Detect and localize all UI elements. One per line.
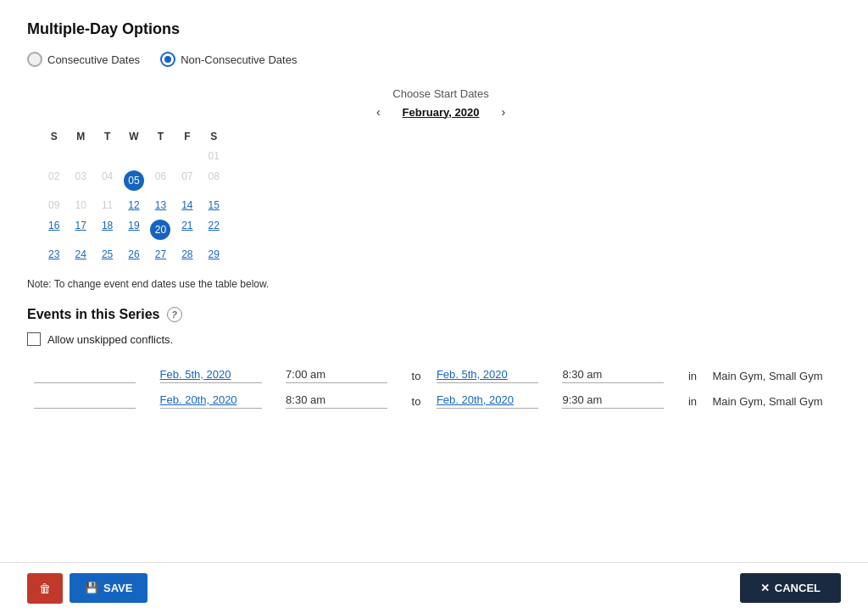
events-table: Feb. 5th, 2020 7:00 am to Feb. 5th, 2020… (27, 363, 841, 414)
cal-cell-12[interactable]: 12 (120, 195, 147, 215)
save-button[interactable]: 💾 SAVE (70, 573, 147, 603)
event-1-start-time[interactable]: 7:00 am (279, 363, 405, 388)
cal-cell-05[interactable]: 05 (120, 166, 147, 195)
event-2-location: Main Gym, Small Gym (706, 388, 842, 414)
day-header-f: F (174, 127, 200, 146)
cal-cell-22[interactable]: 22 (201, 215, 227, 244)
cal-cell-08: 08 (201, 166, 227, 195)
cal-cell-16[interactable]: 16 (41, 215, 67, 244)
cancel-label: CANCEL (775, 582, 821, 594)
cal-cell-07: 07 (174, 166, 200, 195)
event-1-end-date[interactable]: Feb. 5th, 2020 (430, 363, 556, 388)
day-header-t1: T (94, 127, 120, 146)
day-header-w: W (120, 127, 147, 146)
calendar-nav: ‹ February, 2020 › (41, 103, 841, 120)
consecutive-dates-label: Consecutive Dates (47, 53, 140, 66)
cal-cell-01: 01 (201, 146, 227, 166)
event-1-start-date[interactable]: Feb. 5th, 2020 (153, 363, 280, 388)
cal-cell-20[interactable]: 20 (147, 215, 174, 244)
calendar-grid: S M T W T F S 01 02 03 (41, 127, 227, 265)
cal-cell-02: 02 (41, 166, 67, 195)
cal-cell-26[interactable]: 26 (120, 244, 147, 265)
non-consecutive-dates-label: Non-Consecutive Dates (181, 53, 297, 66)
consecutive-dates-option[interactable]: Consecutive Dates (27, 52, 140, 67)
event-2-start-date[interactable]: Feb. 20th, 2020 (153, 388, 280, 414)
cal-cell-18[interactable]: 18 (94, 215, 120, 244)
cal-cell-23[interactable]: 23 (41, 244, 67, 265)
event-2-start-time[interactable]: 8:30 am (279, 388, 405, 414)
cancel-icon: ✕ (760, 582, 770, 594)
week-4: 16 17 18 19 20 21 22 (41, 215, 227, 244)
cal-cell-27[interactable]: 27 (147, 244, 174, 265)
week-1: 01 (41, 146, 227, 166)
footer: 🗑 💾 SAVE ✕ CANCEL (0, 562, 868, 613)
event-2-end-time[interactable]: 9:30 am (555, 388, 682, 414)
cal-cell-15[interactable]: 15 (201, 195, 227, 215)
cal-cell-03: 03 (67, 166, 93, 195)
cal-cell-25[interactable]: 25 (94, 244, 120, 265)
delete-button[interactable]: 🗑 (27, 573, 63, 604)
cancel-button[interactable]: ✕ CANCEL (740, 573, 841, 603)
cal-cell-19[interactable]: 19 (120, 215, 147, 244)
cal-cell-10: 10 (67, 195, 93, 215)
cal-cell-empty2 (67, 146, 93, 166)
cal-cell-09: 09 (41, 195, 67, 215)
calendar-wrapper: Choose Start Dates ‹ February, 2020 › S … (41, 87, 841, 265)
day-header-t2: T (147, 127, 174, 146)
allow-conflicts-row: Allow unskipped conflicts. (27, 332, 841, 346)
save-label: SAVE (103, 582, 132, 594)
save-icon: 💾 (85, 582, 98, 594)
current-month-label: February, 2020 (403, 106, 480, 119)
prev-month-button[interactable]: ‹ (371, 103, 386, 120)
event-2-end-date[interactable]: Feb. 20th, 2020 (430, 388, 556, 414)
non-consecutive-radio-button[interactable] (160, 52, 175, 67)
event-2-field1[interactable] (27, 388, 153, 414)
cal-cell-empty6 (174, 146, 200, 166)
day-header-s2: S (201, 127, 227, 146)
cal-cell-24[interactable]: 24 (67, 244, 93, 265)
event-row-2: Feb. 20th, 2020 8:30 am to Feb. 20th, 20… (27, 388, 841, 414)
day-header-m: M (67, 127, 93, 146)
cal-cell-11: 11 (94, 195, 120, 215)
consecutive-radio-button[interactable] (27, 52, 42, 67)
choose-start-dates-label: Choose Start Dates (41, 87, 841, 100)
week-2: 02 03 04 05 06 07 08 (41, 166, 227, 195)
event-2-in-label: in (682, 388, 706, 414)
cal-cell-empty5 (147, 146, 174, 166)
cal-selected-05[interactable]: 05 (124, 170, 144, 191)
week-3: 09 10 11 12 13 14 15 (41, 195, 227, 215)
non-consecutive-dates-option[interactable]: Non-Consecutive Dates (160, 52, 297, 67)
week-5: 23 24 25 26 27 28 29 (41, 244, 227, 265)
event-1-location: Main Gym, Small Gym (706, 363, 842, 388)
footer-left: 🗑 💾 SAVE (27, 573, 147, 604)
cal-cell-21[interactable]: 21 (174, 215, 200, 244)
events-section-title: Events in this Series ? (27, 307, 841, 322)
event-1-to-label: to (405, 363, 430, 388)
cal-cell-empty4 (120, 146, 147, 166)
event-1-in-label: in (682, 363, 706, 388)
next-month-button[interactable]: › (496, 103, 510, 120)
radio-group: Consecutive Dates Non-Consecutive Dates (27, 52, 841, 67)
event-row-1: Feb. 5th, 2020 7:00 am to Feb. 5th, 2020… (27, 363, 841, 388)
day-headers-row: S M T W T F S (41, 127, 227, 146)
event-2-to-label: to (405, 388, 430, 414)
cal-selected-20[interactable]: 20 (150, 220, 170, 240)
help-icon[interactable]: ? (167, 307, 182, 322)
cal-cell-04: 04 (94, 166, 120, 195)
allow-conflicts-checkbox[interactable] (27, 332, 41, 346)
cal-cell-28[interactable]: 28 (174, 244, 200, 265)
note-text: Note: To change event end dates use the … (27, 278, 841, 290)
cal-cell-06: 06 (147, 166, 174, 195)
allow-conflicts-label: Allow unskipped conflicts. (47, 333, 173, 346)
day-header-s1: S (41, 127, 67, 146)
delete-icon: 🗑 (39, 582, 51, 595)
cal-cell-empty3 (94, 146, 120, 166)
event-1-field1[interactable] (27, 363, 153, 388)
cal-cell-17[interactable]: 17 (67, 215, 93, 244)
event-1-end-time[interactable]: 8:30 am (555, 363, 682, 388)
cal-cell-14[interactable]: 14 (174, 195, 200, 215)
events-title-label: Events in this Series (27, 307, 160, 322)
cal-cell-13[interactable]: 13 (147, 195, 174, 215)
page-title: Multiple-Day Options (27, 20, 841, 38)
cal-cell-29[interactable]: 29 (201, 244, 227, 265)
